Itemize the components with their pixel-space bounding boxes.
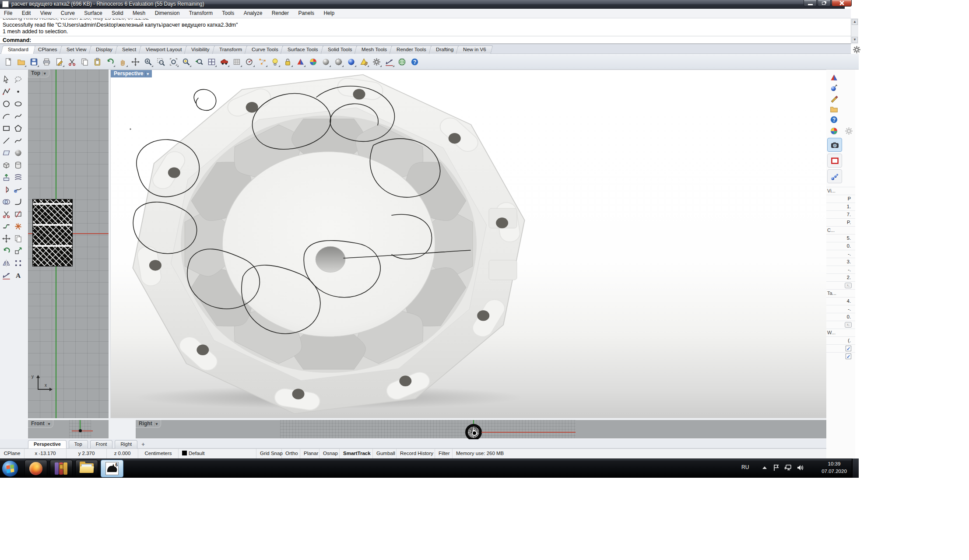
toolbar-options-gear-icon[interactable] bbox=[853, 46, 859, 52]
scale-object-icon[interactable] bbox=[13, 245, 23, 256]
layer-selector[interactable]: Default bbox=[179, 449, 256, 458]
units-display[interactable]: Centimeters bbox=[138, 449, 179, 458]
tab-top[interactable]: Top bbox=[69, 440, 88, 448]
toggle-planar[interactable]: Planar bbox=[300, 449, 319, 458]
menu-transform[interactable]: Transform bbox=[185, 9, 217, 18]
restore-button[interactable] bbox=[818, 0, 831, 7]
toolbar-tab-cplanes[interactable]: CPlanes bbox=[31, 46, 64, 54]
panel-checkbox[interactable]: ✓ bbox=[846, 354, 851, 359]
scroll-down-icon[interactable]: ▼ bbox=[852, 37, 858, 43]
viewport-layout-icon[interactable] bbox=[206, 56, 217, 67]
named-view-icon[interactable] bbox=[218, 56, 230, 67]
color-wheel-icon[interactable] bbox=[827, 126, 840, 136]
folder-icon[interactable] bbox=[827, 104, 840, 114]
zoom-dynamic-icon[interactable] bbox=[142, 56, 154, 67]
viewport-top-label[interactable]: Top▾ bbox=[28, 70, 49, 77]
sweep-icon[interactable] bbox=[13, 184, 23, 195]
zoom-selected-icon[interactable] bbox=[168, 56, 179, 67]
open-file-icon[interactable] bbox=[15, 56, 27, 67]
circle-center-radius-icon[interactable] bbox=[244, 56, 255, 67]
toggle-filter[interactable]: Filter bbox=[435, 449, 453, 458]
undo-view-change-icon[interactable] bbox=[193, 56, 204, 67]
toggle-grid-snap[interactable]: Grid Snap bbox=[256, 449, 282, 458]
panel-detail-button[interactable]: ›. bbox=[845, 322, 852, 328]
wheel-hub-model[interactable] bbox=[111, 70, 830, 419]
toolbar-tab-visibility[interactable]: Visibility bbox=[184, 46, 217, 54]
action-center-flag-icon[interactable] bbox=[773, 464, 780, 471]
explode-icon[interactable] bbox=[13, 221, 23, 231]
interpolate-curve-icon[interactable] bbox=[13, 135, 23, 146]
copy-icon[interactable] bbox=[79, 56, 90, 67]
dimension-icon[interactable] bbox=[1, 270, 11, 280]
taskbar-rhino-button[interactable]: 6 bbox=[101, 460, 123, 477]
taskbar-explorer-button[interactable] bbox=[75, 460, 98, 477]
edit-properties-icon[interactable] bbox=[53, 56, 65, 67]
taskbar-winrar-button[interactable] bbox=[50, 460, 73, 477]
color-wheel-icon[interactable] bbox=[307, 56, 319, 67]
tab-front[interactable]: Front bbox=[90, 440, 113, 448]
taskbar-firefox-button[interactable] bbox=[25, 460, 47, 477]
arc-icon[interactable] bbox=[1, 111, 11, 121]
toolbar-tab-standard[interactable]: Standard bbox=[1, 46, 35, 54]
toggle-ortho[interactable]: Ortho bbox=[282, 449, 300, 458]
menu-mesh[interactable]: Mesh bbox=[129, 9, 149, 18]
menu-solid[interactable]: Solid bbox=[108, 9, 127, 18]
rotate-view-icon[interactable] bbox=[130, 56, 141, 67]
cylinder-icon[interactable] bbox=[13, 160, 23, 170]
menu-surface[interactable]: Surface bbox=[80, 9, 106, 18]
chevron-down-icon[interactable]: ▾ bbox=[42, 71, 47, 76]
sphere-icon[interactable] bbox=[13, 147, 23, 158]
viewport-top[interactable]: y x Top▾ bbox=[28, 70, 109, 418]
options-icon[interactable] bbox=[371, 56, 382, 67]
web-browser-icon[interactable] bbox=[396, 56, 407, 67]
render-preview-icon[interactable] bbox=[827, 72, 840, 83]
select-pointer-icon[interactable] bbox=[1, 74, 11, 84]
command-prompt[interactable]: Command: bbox=[3, 37, 31, 43]
print-icon[interactable] bbox=[41, 56, 52, 67]
boolean-union-icon[interactable] bbox=[1, 196, 11, 207]
fillet-icon[interactable] bbox=[13, 196, 23, 207]
viewport-frame-icon[interactable] bbox=[827, 154, 842, 168]
line-segments-icon[interactable] bbox=[1, 135, 11, 146]
move-icon[interactable] bbox=[1, 233, 11, 244]
scroll-up-icon[interactable]: ▲ bbox=[852, 19, 858, 25]
toolbar-tab-mesh-tools[interactable]: Mesh Tools bbox=[355, 46, 394, 54]
volume-icon[interactable] bbox=[797, 464, 804, 471]
menu-view[interactable]: View bbox=[36, 9, 56, 18]
panel-detail-button[interactable]: ›. bbox=[845, 283, 852, 288]
viewport-right-label[interactable]: Right▾ bbox=[136, 420, 161, 427]
text-object-icon[interactable]: A bbox=[13, 270, 23, 280]
panel-help-icon[interactable]: ? bbox=[827, 114, 840, 125]
viewport-front-label[interactable]: Front▾ bbox=[28, 420, 53, 427]
object-snap-points-icon[interactable] bbox=[256, 56, 268, 67]
rendered-viewport-icon[interactable] bbox=[345, 56, 357, 67]
toolbar-tab-viewport-layout[interactable]: Viewport Layout bbox=[139, 46, 189, 54]
cut-icon[interactable] bbox=[66, 56, 77, 67]
measure-icon[interactable] bbox=[383, 56, 395, 67]
save-icon[interactable] bbox=[28, 56, 39, 67]
raytrace-icon[interactable] bbox=[827, 83, 840, 93]
chevron-down-icon[interactable]: ▾ bbox=[47, 422, 51, 426]
select-lasso-icon[interactable] bbox=[13, 74, 23, 84]
extrude-icon[interactable] bbox=[1, 172, 11, 182]
single-point-icon[interactable] bbox=[13, 86, 23, 97]
lock-icon[interactable] bbox=[282, 56, 293, 67]
start-button[interactable] bbox=[2, 460, 18, 477]
toolbar-tab-curve-tools[interactable]: Curve Tools bbox=[244, 46, 285, 54]
surface-plane-icon[interactable] bbox=[1, 147, 11, 158]
rectangle-icon[interactable] bbox=[1, 123, 11, 133]
menu-panels[interactable]: Panels bbox=[294, 9, 318, 18]
shaded-viewport-icon[interactable] bbox=[320, 56, 331, 67]
toggle-smarttrack[interactable]: SmartTrack bbox=[340, 449, 373, 458]
freeform-curve-icon[interactable] bbox=[13, 111, 23, 121]
help-icon[interactable]: ? bbox=[409, 56, 420, 67]
undo-icon[interactable] bbox=[104, 56, 116, 67]
toolbar-tab-new-in-v6[interactable]: New in V6 bbox=[456, 46, 493, 54]
top-view-mesh-object[interactable] bbox=[32, 199, 73, 266]
array-icon[interactable] bbox=[13, 258, 23, 268]
menu-curve[interactable]: Curve bbox=[57, 9, 79, 18]
zoom-window-icon[interactable] bbox=[155, 56, 166, 67]
set-cplane-icon[interactable] bbox=[231, 56, 242, 67]
new-file-icon[interactable] bbox=[3, 56, 14, 67]
revolve-icon[interactable] bbox=[1, 184, 11, 195]
